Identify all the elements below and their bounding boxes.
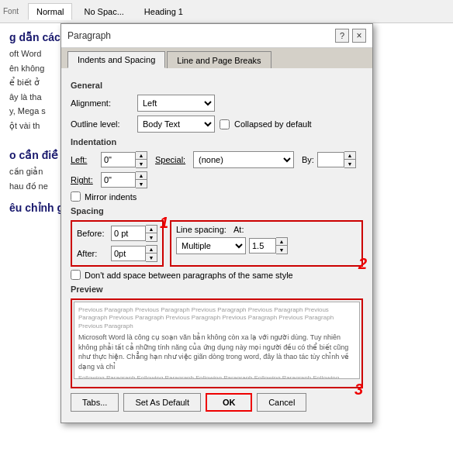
dialog-body: General Alignment: Left Outline level: B… bbox=[61, 68, 372, 423]
indent-right-row: Right: ▲ ▼ bbox=[71, 171, 363, 188]
dialog-tab-bar: Indents and Spacing Line and Page Breaks bbox=[61, 48, 372, 68]
dialog-title: Paragraph bbox=[67, 30, 111, 41]
before-spinners: ▲ ▼ bbox=[146, 225, 157, 242]
after-spinners: ▲ ▼ bbox=[146, 245, 157, 262]
tab-indents-spacing[interactable]: Indents and Spacing bbox=[67, 51, 165, 68]
cancel-button[interactable]: Cancel bbox=[257, 393, 306, 412]
before-down[interactable]: ▼ bbox=[146, 233, 157, 241]
indentation-left-right-row: Left: 0" ▲ ▼ Special: (none) By: bbox=[71, 151, 363, 168]
after-field[interactable] bbox=[111, 246, 146, 261]
after-down[interactable]: ▼ bbox=[146, 254, 157, 261]
ok-button[interactable]: OK bbox=[206, 393, 252, 412]
outline-row: Outline level: Body Text Collapsed by de… bbox=[71, 116, 363, 133]
indent-left-spinners: ▲ ▼ bbox=[136, 151, 147, 168]
special-group: Special: (none) bbox=[155, 151, 294, 168]
annotation-2: 2 bbox=[358, 255, 367, 273]
spacing-section-label: Spacing bbox=[71, 206, 363, 216]
help-button[interactable]: ? bbox=[335, 29, 349, 43]
at-up[interactable]: ▲ bbox=[276, 238, 287, 246]
indent-right-field[interactable] bbox=[101, 172, 136, 188]
preview-section-label: Preview bbox=[71, 285, 363, 294]
line-spacing-label: Line spacing: bbox=[176, 225, 230, 234]
paragraph-dialog: Paragraph ? × Indents and Spacing Line a… bbox=[61, 23, 373, 423]
general-section-label: General bbox=[71, 81, 363, 90]
dont-add-checkbox[interactable] bbox=[71, 270, 81, 280]
indent-left-group: Left: 0" ▲ ▼ bbox=[71, 151, 147, 168]
after-row: After: ▲ ▼ bbox=[77, 245, 157, 262]
line-spacing-select[interactable]: Multiple bbox=[176, 237, 246, 254]
alignment-label: Alignment: bbox=[71, 98, 133, 108]
by-up[interactable]: ▲ bbox=[344, 152, 355, 160]
mirror-indents-row: Mirror indents bbox=[71, 191, 363, 202]
by-down[interactable]: ▼ bbox=[344, 160, 355, 167]
after-spin: ▲ ▼ bbox=[111, 245, 157, 262]
at-down[interactable]: ▼ bbox=[276, 246, 287, 254]
dialog-titlebar: Paragraph ? × bbox=[61, 24, 372, 48]
dont-add-label: Don't add space between paragraphs of th… bbox=[85, 271, 293, 280]
tabs-button[interactable]: Tabs... bbox=[71, 393, 119, 412]
ribbon: Font Normal No Spac... Heading 1 bbox=[0, 0, 453, 23]
annotation-3: 3 bbox=[354, 381, 363, 398]
line-spacing-box: Line spacing: At: Multiple ▲ ▼ bbox=[170, 220, 363, 267]
collapsed-label: Collapsed by default bbox=[234, 119, 312, 129]
line-spacing-label-row: Line spacing: At: bbox=[176, 225, 357, 234]
by-spinners: ▲ ▼ bbox=[344, 151, 356, 168]
ribbon-tab-normal[interactable]: Normal bbox=[28, 3, 72, 20]
tab-line-page-breaks[interactable]: Line and Page Breaks bbox=[167, 51, 271, 68]
close-button[interactable]: × bbox=[352, 29, 366, 43]
alignment-select[interactable]: Left bbox=[137, 95, 215, 112]
collapsed-checkbox[interactable] bbox=[220, 119, 230, 129]
annotation-1: 1 bbox=[160, 214, 168, 232]
at-field[interactable] bbox=[249, 238, 276, 254]
by-group: By: ▲ ▼ bbox=[302, 151, 356, 168]
font-section-label: Font bbox=[3, 7, 19, 16]
before-up[interactable]: ▲ bbox=[146, 226, 157, 233]
set-as-default-button[interactable]: Set As Default bbox=[123, 393, 201, 412]
ribbon-tab-heading[interactable]: Heading 1 bbox=[136, 3, 192, 20]
alignment-row: Alignment: Left bbox=[71, 95, 363, 112]
indent-right-down[interactable]: ▼ bbox=[136, 180, 147, 188]
by-label: By: bbox=[302, 155, 314, 164]
special-select[interactable]: (none) bbox=[193, 151, 294, 168]
indent-left-spin: 0" ▲ ▼ bbox=[101, 151, 147, 168]
indentation-section-label: Indentation bbox=[71, 137, 363, 147]
preview-next-text: Following Paragraph Following Paragraph … bbox=[78, 374, 355, 379]
indent-left-up[interactable]: ▲ bbox=[136, 152, 147, 160]
outline-label: Outline level: bbox=[71, 119, 133, 129]
before-label: Before: bbox=[77, 229, 108, 238]
special-label: Special: bbox=[155, 155, 190, 164]
after-up[interactable]: ▲ bbox=[146, 246, 157, 254]
indent-right-label: Right: bbox=[71, 175, 98, 185]
ribbon-tab-nospace[interactable]: No Spac... bbox=[75, 3, 132, 20]
preview-wrapper: Previous Paragraph Previous Paragraph Pr… bbox=[71, 298, 363, 388]
indent-left-field[interactable]: 0" bbox=[101, 152, 136, 167]
spacing-line-spacing-container: Before: ▲ ▼ After: ▲ bbox=[71, 220, 363, 267]
mirror-indents-checkbox[interactable] bbox=[71, 191, 81, 202]
preview-prev-text: Previous Paragraph Previous Paragraph Pr… bbox=[78, 306, 355, 330]
at-spinners: ▲ ▼ bbox=[276, 237, 288, 254]
indent-right-spin: ▲ ▼ bbox=[101, 171, 147, 188]
dialog-buttons: Tabs... Set As Default OK Cancel bbox=[71, 393, 363, 415]
by-field[interactable] bbox=[317, 152, 344, 167]
after-label: After: bbox=[77, 249, 108, 258]
before-after-box: Before: ▲ ▼ After: ▲ bbox=[71, 220, 164, 267]
mirror-indents-label: Mirror indents bbox=[85, 192, 137, 202]
dont-add-row: Don't add space between paragraphs of th… bbox=[71, 270, 363, 280]
indent-left-label: Left: bbox=[71, 155, 98, 164]
line-spacing-value-row: Multiple ▲ ▼ bbox=[176, 237, 357, 254]
outline-select[interactable]: Body Text bbox=[137, 116, 215, 133]
at-spin: ▲ ▼ bbox=[249, 237, 288, 254]
indent-left-down[interactable]: ▼ bbox=[136, 160, 147, 167]
before-spin: ▲ ▼ bbox=[111, 225, 157, 242]
by-spin: ▲ ▼ bbox=[317, 151, 356, 168]
dialog-window-controls: ? × bbox=[335, 29, 366, 43]
before-field[interactable] bbox=[111, 226, 146, 241]
before-row: Before: ▲ ▼ bbox=[77, 225, 157, 242]
indent-right-up[interactable]: ▲ bbox=[136, 172, 147, 180]
preview-main-text: Microsoft Word là công cụ soạn văn bản k… bbox=[78, 333, 355, 371]
preview-box: Previous Paragraph Previous Paragraph Pr… bbox=[74, 302, 360, 379]
indent-right-spinners: ▲ ▼ bbox=[136, 171, 147, 188]
at-label: At: bbox=[233, 225, 244, 234]
